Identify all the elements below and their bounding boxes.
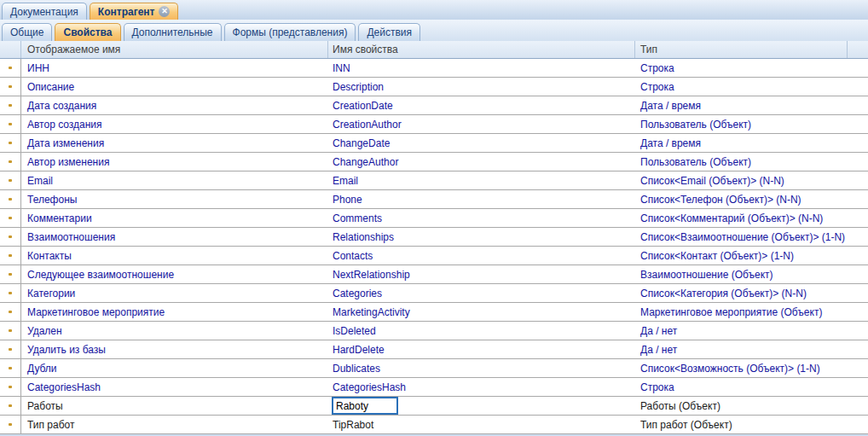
display-name-cell[interactable]: Телефоны — [21, 190, 328, 208]
type-cell[interactable]: Маркетинговое мероприятие (Объект) — [635, 303, 848, 321]
table-row[interactable]: Удалить из базы HardDelete Да / нет — [0, 340, 868, 359]
row-indicator-icon — [9, 423, 12, 426]
display-name-cell[interactable]: ИНН — [21, 59, 328, 77]
type-cell[interactable]: Строка — [635, 378, 848, 396]
property-name-cell[interactable]: Relationships — [328, 228, 635, 246]
row-indicator-icon — [9, 292, 12, 294]
row-filler-cell — [848, 78, 868, 96]
type-cell[interactable]: Список<Контакт (Объект)> (1-N) — [635, 247, 848, 265]
table-row[interactable]: Дубли Dublicates Список<Возможность (Объ… — [0, 359, 868, 378]
display-name-cell[interactable]: Взаимоотношения — [21, 228, 328, 246]
type-cell[interactable]: Список<Комментарий (Объект)> (N-N) — [635, 209, 848, 227]
display-name-cell[interactable]: Дубли — [21, 359, 328, 377]
property-name-cell[interactable]: Email — [328, 171, 635, 189]
type-cell[interactable]: Дата / время — [635, 96, 848, 114]
type-cell[interactable]: Да / нет — [635, 322, 848, 340]
subtab-forms[interactable]: Формы (представления) — [224, 23, 356, 41]
display-name-cell[interactable]: Маркетинговое мероприятие — [21, 303, 328, 321]
column-header-property-name[interactable]: Имя свойства — [328, 41, 635, 58]
type-cell[interactable]: Дата / время — [635, 134, 848, 152]
type-cell[interactable]: Список<Возможность (Объект)> (1-N) — [635, 359, 848, 377]
display-name-cell[interactable]: Категории — [21, 284, 328, 302]
property-name-cell[interactable]: MarketingActivity — [328, 303, 635, 321]
table-row[interactable]: Тип работ TipRabot Тип работ (Объект) — [0, 416, 868, 434]
table-row[interactable]: Комментарии Comments Список<Комментарий … — [0, 209, 868, 228]
table-row[interactable]: Автор создания CreationAuthor Пользовате… — [0, 115, 868, 134]
property-name-cell[interactable]: Description — [328, 78, 635, 96]
row-indicator-cell — [0, 209, 21, 227]
table-row[interactable]: Email Email Список<Email (Объект)> (N-N) — [0, 171, 868, 190]
row-indicator-icon — [9, 142, 12, 144]
close-icon[interactable]: ✕ — [159, 6, 170, 17]
type-cell[interactable]: Строка — [635, 59, 848, 77]
table-row[interactable]: Контакты Contacts Список<Контакт (Объект… — [0, 247, 868, 265]
type-cell[interactable]: Список<Телефон (Объект)> (N-N) — [635, 190, 848, 208]
property-name-cell[interactable]: Raboty — [328, 397, 635, 415]
display-name-cell[interactable]: Удалить из базы — [21, 340, 328, 358]
type-cell[interactable]: Список<Взаимоотношение (Объект)> (1-N) — [635, 228, 848, 246]
property-name-cell[interactable]: Categories — [328, 284, 635, 302]
subtab-general[interactable]: Общие — [2, 23, 52, 41]
row-indicator-cell — [0, 134, 21, 152]
row-filler-cell — [848, 171, 868, 189]
property-name-cell[interactable]: ChangeDate — [328, 134, 635, 152]
type-cell[interactable]: Работы (Объект) — [635, 397, 848, 415]
display-name-cell[interactable]: Работы — [21, 397, 328, 415]
table-row[interactable]: Телефоны Phone Список<Телефон (Объект)> … — [0, 190, 868, 209]
table-row[interactable]: ИНН INN Строка — [0, 59, 868, 78]
property-name-cell[interactable]: INN — [328, 59, 635, 77]
display-name-cell[interactable]: Email — [21, 171, 328, 189]
type-cell[interactable]: Тип работ (Объект) — [635, 416, 848, 433]
property-name-editor[interactable]: Raboty — [332, 397, 398, 415]
table-row[interactable]: Описание Description Строка — [0, 78, 868, 96]
property-name-cell[interactable]: ChangeAuthor — [328, 153, 635, 171]
subtab-additional-label: Дополнительные — [132, 26, 213, 38]
type-cell[interactable]: Пользователь (Объект) — [635, 115, 848, 133]
window-tab-documentation[interactable]: Документация — [2, 3, 87, 20]
window-tab-kontragent[interactable]: Контрагент ✕ — [90, 3, 179, 20]
property-name-cell[interactable]: NextRelationship — [328, 265, 635, 283]
type-cell[interactable]: Да / нет — [635, 340, 848, 358]
column-header-type[interactable]: Тип — [635, 41, 848, 58]
display-name-cell[interactable]: Дата изменения — [21, 134, 328, 152]
table-row[interactable]: Работы Raboty Работы (Объект) — [0, 397, 868, 416]
table-row[interactable]: CategoriesHash CategoriesHash Строка — [0, 378, 868, 397]
display-name-cell[interactable]: Следующее взаимоотношение — [21, 265, 328, 283]
table-row[interactable]: Следующее взаимоотношение NextRelationsh… — [0, 265, 868, 284]
type-cell[interactable]: Список<Категория (Объект)> (N-N) — [635, 284, 848, 302]
table-row[interactable]: Маркетинговое мероприятие MarketingActiv… — [0, 303, 868, 322]
table-row[interactable]: Дата создания CreationDate Дата / время — [0, 96, 868, 115]
display-name-cell[interactable]: Дата создания — [21, 96, 328, 114]
property-name-cell[interactable]: Contacts — [328, 247, 635, 265]
column-header-display-name[interactable]: Отображаемое имя — [21, 41, 328, 58]
subtab-properties[interactable]: Свойства — [55, 23, 120, 41]
display-name-cell[interactable]: CategoriesHash — [21, 378, 328, 396]
type-cell[interactable]: Строка — [635, 78, 848, 96]
display-name-cell[interactable]: Тип работ — [21, 416, 328, 433]
type-cell[interactable]: Пользователь (Объект) — [635, 153, 848, 171]
table-row[interactable]: Автор изменения ChangeAuthor Пользовател… — [0, 153, 868, 171]
property-name-cell[interactable]: Comments — [328, 209, 635, 227]
display-name-cell[interactable]: Автор создания — [21, 115, 328, 133]
property-name-cell[interactable]: CategoriesHash — [328, 378, 635, 396]
table-row[interactable]: Взаимоотношения Relationships Список<Вза… — [0, 228, 868, 247]
table-row[interactable]: Категории Categories Список<Категория (О… — [0, 284, 868, 303]
type-cell[interactable]: Список<Email (Объект)> (N-N) — [635, 171, 848, 189]
property-name-cell[interactable]: Dublicates — [328, 359, 635, 377]
property-name-cell[interactable]: IsDeleted — [328, 322, 635, 340]
property-name-cell[interactable]: CreationDate — [328, 96, 635, 114]
type-cell[interactable]: Взаимоотношение (Объект) — [635, 265, 848, 283]
table-row[interactable]: Дата изменения ChangeDate Дата / время — [0, 134, 868, 153]
property-name-cell[interactable]: HardDelete — [328, 340, 635, 358]
property-name-cell[interactable]: Phone — [328, 190, 635, 208]
property-name-cell[interactable]: CreationAuthor — [328, 115, 635, 133]
display-name-cell[interactable]: Описание — [21, 78, 328, 96]
display-name-cell[interactable]: Автор изменения — [21, 153, 328, 171]
property-name-cell[interactable]: TipRabot — [328, 416, 635, 433]
display-name-cell[interactable]: Комментарии — [21, 209, 328, 227]
subtab-additional[interactable]: Дополнительные — [124, 23, 222, 41]
subtab-actions[interactable]: Действия — [358, 23, 420, 41]
display-name-cell[interactable]: Удален — [21, 322, 328, 340]
table-row[interactable]: Удален IsDeleted Да / нет — [0, 322, 868, 340]
display-name-cell[interactable]: Контакты — [21, 247, 328, 265]
